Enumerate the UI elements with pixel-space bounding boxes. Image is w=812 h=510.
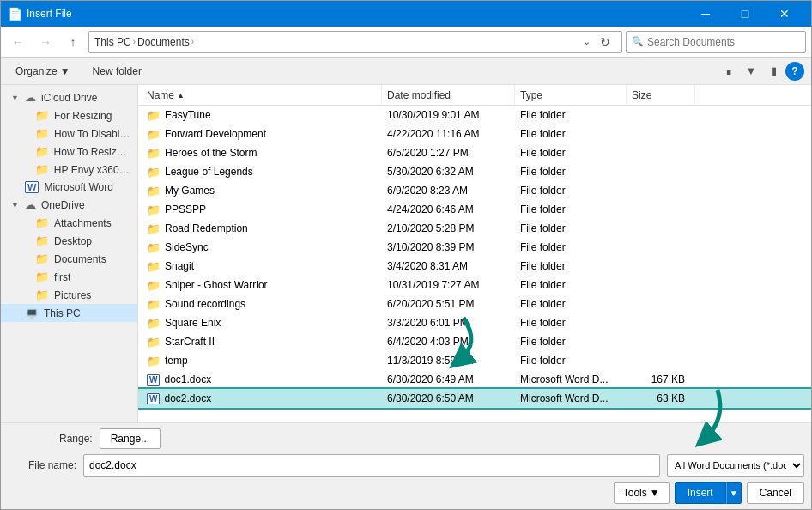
file-name-text: Road Redemption (165, 222, 248, 234)
sidebar: ▼☁iCloud Drive📁For Resizing📁How To Disab… (1, 85, 138, 422)
close-button[interactable]: ✕ (765, 1, 804, 27)
file-type-cell: File folder (515, 166, 627, 178)
minimize-button[interactable]: ─ (686, 1, 725, 27)
file-type-cell: File folder (515, 128, 627, 140)
organize-chevron: ▼ (60, 65, 70, 77)
sidebar-item-documents[interactable]: 📁Documents (1, 250, 137, 268)
range-row: Range: Range... (8, 428, 804, 449)
sidebar-item-how-to-disable-i[interactable]: 📁How To Disable I (1, 124, 137, 143)
table-row[interactable]: 📁Forward Development4/22/2020 11:16 AMFi… (138, 124, 811, 143)
filename-input[interactable] (83, 454, 660, 477)
table-row[interactable]: Wdoc2.docx6/30/2020 6:50 AMMicrosoft Wor… (138, 389, 811, 408)
cancel-button[interactable]: Cancel (747, 482, 804, 504)
col-header-size[interactable]: Size (627, 85, 695, 105)
file-type-cell: File folder (515, 317, 627, 329)
sidebar-item-label: iCloud Drive (41, 92, 97, 104)
new-folder-label: New folder (93, 65, 142, 77)
tools-button[interactable]: Tools ▼ (614, 482, 670, 504)
forward-button[interactable]: → (33, 30, 58, 54)
folder-icon: 📁 (35, 127, 49, 140)
sidebar-item-attachments[interactable]: 📁Attachments (1, 214, 137, 232)
sidebar-item-onedrive[interactable]: ▼☁OneDrive (1, 196, 137, 214)
sidebar-item-desktop[interactable]: 📁Desktop (1, 232, 137, 250)
view-dropdown-button[interactable]: ▼ (741, 61, 761, 82)
table-row[interactable]: Wdoc1.docx6/30/2020 6:49 AMMicrosoft Wor… (138, 370, 811, 389)
file-list-area: Name ▲ Date modified Type Size 📁EasyTune… (138, 85, 811, 422)
sort-arrow: ▲ (177, 91, 185, 100)
file-name-cell: Wdoc2.docx (142, 392, 382, 404)
toolbar-row: Organize ▼ New folder ∎ ▼ ▮ ? (1, 58, 811, 85)
folder-icon: 📁 (35, 216, 49, 229)
file-type-cell: File folder (515, 185, 627, 197)
insert-button[interactable]: Insert (675, 482, 726, 504)
sidebar-item-how-to-resize-m[interactable]: 📁How To Resize M (1, 143, 137, 161)
table-row[interactable]: 📁My Games6/9/2020 8:23 AMFile folder (138, 181, 811, 200)
col-header-date[interactable]: Date modified (382, 85, 515, 105)
grid-view-button[interactable]: ∎ (718, 61, 739, 82)
table-row[interactable]: 📁Sound recordings6/20/2020 5:51 PMFile f… (138, 294, 811, 313)
filetype-select[interactable]: All Word Documents (*.docx;*. (667, 454, 804, 477)
address-bar[interactable]: This PC › Documents › ⌄ ↻ (88, 31, 622, 53)
file-date-cell: 6/4/2020 4:03 PM (382, 336, 515, 348)
sidebar-item-first[interactable]: 📁first (1, 268, 137, 286)
file-name-cell: 📁temp (142, 355, 382, 367)
computer-icon: 💻 (25, 307, 39, 319)
file-date-cell: 6/20/2020 5:51 PM (382, 298, 515, 310)
file-date-cell: 6/30/2020 6:50 AM (382, 392, 515, 404)
maximize-button[interactable]: □ (725, 1, 765, 27)
table-row[interactable]: 📁Road Redemption2/10/2020 5:28 PMFile fo… (138, 219, 811, 238)
table-row[interactable]: 📁Square Enix3/3/2020 6:01 PMFile folder (138, 313, 811, 332)
refresh-button[interactable]: ↻ (594, 31, 616, 53)
address-dropdown-button[interactable]: ⌄ (583, 36, 591, 47)
table-row[interactable]: 📁PPSSPP4/24/2020 6:46 AMFile folder (138, 200, 811, 219)
table-row[interactable]: 📁EasyTune10/30/2019 9:01 AMFile folder (138, 106, 811, 124)
sidebar-item-for-resizing[interactable]: 📁For Resizing (1, 106, 137, 124)
table-row[interactable]: 📁temp11/3/2019 8:59 AMFile folder (138, 351, 811, 370)
sidebar-item-pictures[interactable]: 📁Pictures (1, 286, 137, 304)
new-folder-button[interactable]: New folder (85, 61, 149, 82)
file-list-scroll[interactable]: 📁EasyTune10/30/2019 9:01 AMFile folder📁F… (138, 106, 811, 422)
range-button[interactable]: Range... (100, 428, 161, 449)
organize-button[interactable]: Organize ▼ (8, 61, 78, 82)
table-row[interactable]: 📁Snagit3/4/2020 8:31 AMFile folder (138, 257, 811, 276)
file-name-text: Heroes of the Storm (165, 147, 257, 159)
up-button[interactable]: ↑ (61, 30, 85, 54)
table-row[interactable]: 📁SideSync3/10/2020 8:39 PMFile folder (138, 238, 811, 257)
sidebar-item-icloud-drive[interactable]: ▼☁iCloud Drive (1, 88, 137, 106)
sidebar-item-this-pc[interactable]: 💻This PC (1, 304, 137, 322)
table-row[interactable]: 📁Sniper - Ghost Warrior10/31/2019 7:27 A… (138, 276, 811, 294)
search-box[interactable]: 🔍 (626, 31, 806, 53)
file-date-cell: 3/3/2020 6:01 PM (382, 317, 515, 329)
file-name-text: temp (165, 355, 188, 367)
back-button[interactable]: ← (6, 30, 30, 54)
table-row[interactable]: 📁Heroes of the Storm6/5/2020 1:27 PMFile… (138, 143, 811, 162)
sidebar-item-hp-envy-x360-w[interactable]: 📁HP Envy x360 W (1, 161, 137, 179)
filename-row: File name: All Word Documents (*.docx;*. (8, 454, 804, 477)
col-header-type[interactable]: Type (515, 85, 627, 105)
col-header-name[interactable]: Name ▲ (142, 85, 382, 105)
help-button[interactable]: ? (785, 62, 804, 81)
dialog-window: 📄 Insert File ─ □ ✕ ← → ↑ This PC › Docu… (0, 0, 812, 510)
cloud-icon: ☁ (25, 198, 36, 211)
doc-icon: W (147, 393, 160, 404)
sidebar-item-label: HP Envy x360 W (54, 164, 130, 176)
pane-button[interactable]: ▮ (763, 61, 784, 82)
sidebar-item-label: Pictures (54, 289, 91, 301)
folder-icon: 📁 (147, 298, 161, 311)
folder-icon: 📁 (147, 260, 161, 273)
folder-icon: 📁 (147, 279, 161, 292)
search-input[interactable] (647, 36, 800, 48)
file-name-cell: 📁League of Legends (142, 166, 382, 179)
file-type-cell: File folder (515, 355, 627, 367)
title-bar-controls: ─ □ ✕ (686, 1, 804, 27)
table-row[interactable]: 📁League of Legends5/30/2020 6:32 AMFile … (138, 162, 811, 181)
expand-icon: ▼ (11, 201, 20, 209)
doc-icon: W (147, 374, 160, 386)
folder-icon: 📁 (35, 145, 49, 158)
file-type-cell: File folder (515, 298, 627, 310)
table-row[interactable]: 📁StarCraft II6/4/2020 4:03 PMFile folder (138, 332, 811, 351)
file-date-cell: 4/24/2020 6:46 AM (382, 203, 515, 216)
file-name-cell: 📁Forward Development (142, 128, 382, 141)
insert-dropdown-button[interactable]: ▼ (726, 482, 742, 504)
sidebar-item-microsoft-word[interactable]: WMicrosoft Word (1, 179, 137, 196)
